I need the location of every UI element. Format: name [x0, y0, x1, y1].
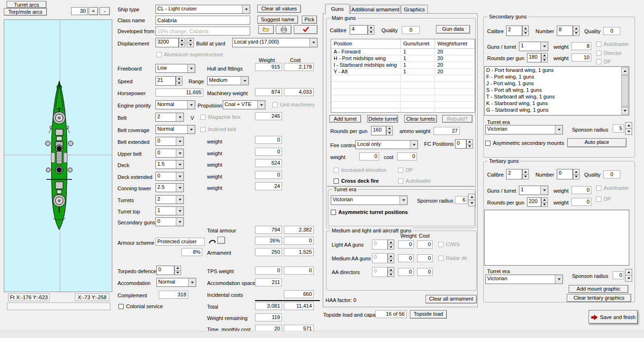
tab-additional-armament[interactable]: Additional armament	[350, 5, 400, 13]
secondary-mounts-list[interactable]: D - Port forward wing, 1 guns F - Port w…	[484, 66, 629, 116]
scroll-down-icon[interactable]	[621, 107, 628, 115]
scroll-thumb[interactable]	[621, 75, 628, 107]
spin-down-icon[interactable]	[541, 58, 548, 63]
range-select[interactable]: Medium	[207, 76, 249, 85]
table-row[interactable]: Y - Aft120	[331, 69, 475, 75]
freeboard-select[interactable]: Low	[155, 64, 195, 73]
tab-guns[interactable]: Guns	[325, 4, 350, 14]
add-mount-graphic-button[interactable]: Add mount graphic	[569, 285, 628, 293]
ship-type-select[interactable]: CL - Light cruiser	[155, 5, 250, 14]
clear-tertiary-graphics-button[interactable]: Clear tertiary graphics	[567, 294, 631, 302]
spin-up-icon[interactable]	[468, 194, 475, 200]
turret-top-select[interactable]: 1	[155, 206, 184, 215]
belt-extended-select[interactable]: 0	[155, 137, 184, 146]
colonial-service-checkbox[interactable]: Colonial service	[118, 303, 163, 309]
list-item[interactable]: D - Port forward wing, 1 guns	[485, 67, 629, 73]
spin-down-icon[interactable]	[625, 276, 632, 282]
arc-minus-button[interactable]: -	[100, 7, 110, 15]
main-turret-era-select[interactable]: Victorian	[331, 196, 408, 205]
chevron-down-icon[interactable]	[242, 5, 250, 13]
delete-turret-button[interactable]: Delete turret	[367, 115, 398, 123]
spin-down-icon[interactable]	[466, 144, 473, 149]
chevron-down-icon[interactable]	[176, 218, 183, 226]
spin-up-icon[interactable]	[368, 25, 374, 30]
main-guns-table[interactable]: Position Guns/turret Weight/turret A - F…	[331, 39, 475, 113]
belt-select[interactable]: 2	[155, 113, 184, 122]
pick-button[interactable]: Pick	[302, 16, 317, 24]
main-calibre-spinner[interactable]: 4	[350, 25, 374, 35]
list-item[interactable]: G - Starboard wing, 1 guns	[485, 107, 629, 113]
spin-down-icon[interactable]	[522, 175, 529, 180]
ter-rounds-spinner[interactable]: 220	[527, 197, 548, 207]
spin-up-icon[interactable]	[176, 76, 182, 81]
cross-deck-fire-checkbox[interactable]: Cross deck fire	[334, 178, 379, 184]
spin-down-icon[interactable]	[187, 43, 194, 48]
spin-up-icon[interactable]	[386, 126, 393, 131]
deck-select[interactable]: 1.5	[155, 160, 184, 169]
chevron-down-icon[interactable]	[187, 101, 195, 109]
table-row[interactable]: I - Starboard midships wing120	[331, 62, 475, 69]
spin-up-icon[interactable]	[466, 139, 473, 144]
chevron-down-icon[interactable]	[241, 77, 248, 85]
ter-sponson-radius-spinner[interactable]	[625, 269, 632, 282]
sec-calibre-spinner[interactable]: 2	[506, 26, 529, 36]
print-button[interactable]	[276, 25, 291, 34]
sec-sponson-radius-spinner[interactable]	[625, 122, 632, 135]
spin-down-icon[interactable]	[573, 175, 580, 180]
spin-up-icon[interactable]	[541, 197, 548, 203]
chevron-down-icon[interactable]	[187, 125, 195, 133]
displacement-fine-spinner[interactable]	[187, 38, 194, 47]
chevron-down-icon[interactable]	[187, 64, 195, 72]
tab-graphics[interactable]: Graphics	[401, 5, 428, 13]
engine-priority-select[interactable]: Normal	[155, 100, 195, 109]
list-item[interactable]: S - Port aft wing, 1 guns	[485, 87, 629, 93]
clear-turrets-button[interactable]: Clear turrets	[404, 115, 437, 123]
turrets-select[interactable]: 2	[155, 195, 184, 204]
list-item[interactable]: J - Port wing, 1 guns	[485, 80, 629, 87]
chevron-down-icon[interactable]	[309, 38, 317, 47]
spin-up-icon[interactable]	[187, 38, 194, 43]
sec-number-spinner[interactable]: 8	[557, 26, 580, 36]
asymmetric-secondary-checkbox[interactable]: Asymmetric secondary mounts	[485, 140, 564, 146]
ter-number-spinner[interactable]: 0	[557, 169, 580, 179]
spin-down-icon[interactable]	[368, 30, 374, 35]
spin-up-icon[interactable]	[625, 269, 632, 276]
deck-extended-select[interactable]: 0	[155, 172, 184, 181]
validate-button[interactable]	[294, 25, 317, 34]
chevron-down-icon[interactable]	[176, 184, 183, 192]
torp-msle-arcs-button[interactable]: Torp/msle arcs	[4, 8, 47, 16]
chevron-down-icon[interactable]	[257, 101, 265, 109]
add-turret-button[interactable]: Add turret	[329, 115, 361, 123]
upper-belt-select[interactable]: 0	[155, 149, 184, 158]
ter-turret-era-select[interactable]: Victorian	[485, 275, 563, 284]
propulsion-select[interactable]: Coal + VTE	[223, 100, 265, 109]
main-sponson-radius-spinner[interactable]	[468, 194, 475, 206]
chevron-down-icon[interactable]	[176, 160, 183, 169]
table-row[interactable]: H - Port midships wing120	[331, 55, 475, 62]
spin-down-icon[interactable]	[573, 31, 580, 36]
fire-control-select[interactable]: Local only	[355, 140, 418, 149]
torpedo-defence-spinner[interactable]: 0	[156, 266, 181, 275]
spin-down-icon[interactable]	[541, 203, 548, 207]
spin-up-icon[interactable]	[179, 38, 185, 43]
suggest-name-button[interactable]: Suggest name	[257, 16, 298, 24]
chevron-down-icon[interactable]	[176, 172, 183, 180]
sec-guns-per-turret-select[interactable]: 1	[519, 42, 548, 51]
topside-load-button[interactable]: Topside load	[410, 310, 447, 319]
spin-up-icon[interactable]	[522, 26, 529, 31]
chevron-down-icon[interactable]	[410, 141, 417, 149]
belt-coverage-select[interactable]: Normal	[155, 125, 195, 134]
secondary-guns-armour-select[interactable]: 0	[155, 217, 184, 226]
chevron-down-icon[interactable]	[176, 113, 183, 121]
conning-tower-select[interactable]: 2.5	[155, 183, 184, 192]
chevron-down-icon[interactable]	[399, 196, 407, 205]
tertiary-mounts-list[interactable]	[484, 210, 629, 266]
arc-angle-input[interactable]: 30	[71, 7, 88, 15]
developed-from-input[interactable]: 10% change, Calabria	[155, 27, 250, 36]
class-name-input[interactable]: Calabria	[155, 16, 250, 25]
spin-down-icon[interactable]	[174, 271, 181, 276]
fc-positions-spinner[interactable]: 0	[455, 139, 473, 149]
ship-top-view[interactable]	[4, 19, 112, 292]
spin-down-icon[interactable]	[625, 129, 632, 135]
chevron-down-icon[interactable]	[176, 149, 183, 157]
